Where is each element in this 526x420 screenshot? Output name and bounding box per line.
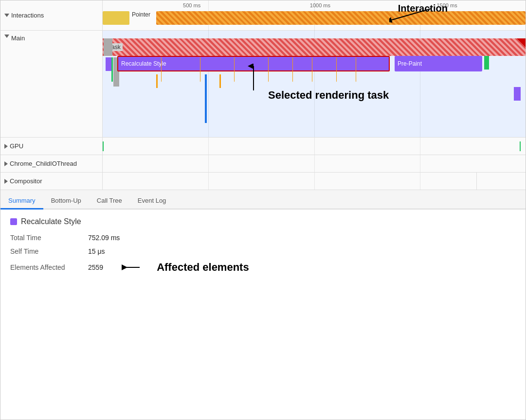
affected-elements-annotation: Affected elements (157, 261, 249, 274)
gpu-row: GPU (0, 138, 526, 155)
interactions-label: Interactions (11, 12, 44, 19)
tick-3 (234, 57, 235, 82)
collapse-main-icon[interactable] (4, 35, 9, 38)
child-io-track (103, 155, 526, 172)
purple-square-icon (10, 218, 17, 225)
gpu-track (103, 138, 526, 155)
scale-1000ms: 1000 ms (310, 2, 330, 8)
affected-arrow-icon (118, 262, 142, 272)
expand-compositor-icon[interactable] (4, 179, 8, 184)
child-io-text: Chrome_ChildIOThread (10, 160, 77, 167)
small-purple-left (106, 57, 111, 71)
self-time-row: Self Time 15 μs (10, 247, 516, 255)
task-red-corner (517, 38, 526, 47)
recalc-style-label: Recalculate Style (121, 60, 166, 67)
child-io-row: Chrome_ChildIOThread (0, 155, 526, 173)
tab-event-log[interactable]: Event Log (130, 193, 174, 210)
interactions-row-label: Interactions (0, 0, 103, 30)
tabs-bar: Summary Bottom-Up Call Tree Event Log (0, 190, 526, 210)
total-time-value: 752.09 ms (88, 234, 120, 242)
tab-call-tree[interactable]: Call Tree (89, 193, 130, 210)
elements-affected-value: 2559 (88, 263, 103, 271)
compositor-row: Compositor (0, 173, 526, 190)
gpu-green-left (103, 141, 104, 151)
total-time-label: Total Time (10, 234, 78, 242)
main-row: Main Task Recalculate Style Pre-Paint (0, 31, 526, 138)
prepaint-label: Pre-Paint (398, 60, 422, 67)
left-blue-accent (205, 74, 207, 123)
task-bar[interactable]: Task (103, 38, 526, 56)
main-row-label: Main (0, 31, 103, 137)
interaction-hatched-bar (156, 11, 526, 25)
compositor-label: Compositor (0, 173, 103, 190)
small-gray-block-1 (104, 38, 112, 56)
orange-tick-1 (156, 74, 158, 88)
small-green-2 (484, 56, 489, 70)
self-time-value: 15 μs (88, 247, 105, 255)
gpu-text: GPU (10, 142, 23, 150)
tick-7 (336, 57, 337, 82)
rendering-arrow (246, 64, 261, 93)
tick-8 (356, 57, 356, 82)
compositor-divider (476, 173, 477, 190)
compositor-track (103, 173, 526, 190)
main-label: Main (11, 35, 25, 42)
summary-panel: Recalculate Style Total Time 752.09 ms S… (0, 210, 526, 287)
tick-6 (312, 57, 312, 82)
elements-affected-label: Elements Affected (10, 263, 78, 271)
tick-4 (268, 57, 269, 82)
compositor-text: Compositor (10, 177, 42, 185)
small-purple-right (514, 87, 521, 101)
gpu-label: GPU (0, 138, 103, 155)
collapse-interactions-icon[interactable] (4, 14, 9, 17)
pointer-text: Pointer (132, 11, 150, 18)
tab-bottom-up[interactable]: Bottom-Up (43, 193, 89, 210)
tick-5 (292, 57, 293, 82)
expand-gpu-icon[interactable] (4, 144, 8, 149)
summary-title: Recalculate Style (10, 217, 516, 226)
child-io-label: Chrome_ChildIOThread (0, 155, 103, 172)
summary-title-text: Recalculate Style (21, 217, 81, 226)
expand-childio-icon[interactable] (4, 161, 8, 166)
main-track: Task Recalculate Style Pre-Paint (103, 31, 526, 137)
prepaint-bar[interactable]: Pre-Paint (395, 56, 482, 71)
svg-line-1 (392, 9, 431, 20)
pointer-yellow-block (103, 11, 129, 25)
total-time-row: Total Time 752.09 ms (10, 234, 516, 242)
scale-500ms: 500 ms (183, 2, 200, 8)
elements-affected-row: Elements Affected 2559 Affected elements (10, 261, 516, 274)
self-time-label: Self Time (10, 247, 78, 255)
interactions-row: Interactions 500 ms 1000 ms 1500 ms Poin… (0, 0, 526, 31)
tick-2 (200, 57, 200, 82)
orange-tick-2 (219, 74, 221, 88)
gpu-green-right (520, 141, 521, 151)
tab-summary[interactable]: Summary (0, 193, 43, 210)
small-green-1 (111, 57, 113, 82)
selected-rendering-annotation: Selected rendering task (268, 89, 389, 102)
tick-1 (161, 57, 162, 82)
interaction-arrow (389, 6, 433, 23)
